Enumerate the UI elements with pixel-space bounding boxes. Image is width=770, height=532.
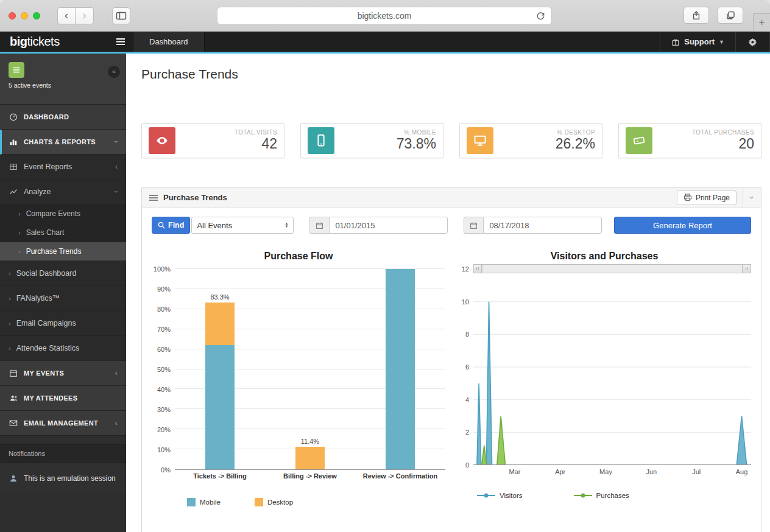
new-tab-button[interactable]: +: [753, 13, 770, 32]
sidebar-collapse-button[interactable]: «: [108, 66, 120, 78]
area-chart-canvas: [473, 269, 751, 465]
browser-back-button[interactable]: ‹: [57, 7, 76, 24]
browser-toolbar-right: [683, 7, 743, 24]
scrollbar-thumb[interactable]: [482, 265, 743, 273]
bar-segment-desktop: [295, 447, 325, 470]
sidebar-item-my-attendees[interactable]: MY ATTENDEES: [0, 386, 126, 411]
print-page-button[interactable]: Print Page: [677, 191, 736, 205]
chevron-down-icon: ›: [112, 191, 121, 193]
scrollbar-left-handle[interactable]: [474, 265, 482, 273]
browser-forward-button[interactable]: ›: [76, 7, 94, 24]
y-tick-label: 0: [465, 461, 469, 469]
printer-icon: [683, 194, 692, 201]
line-chart-icon: [9, 187, 18, 196]
sidebar-filler: [0, 494, 126, 532]
chevron-left-icon: ‹: [115, 369, 118, 377]
stat-card-total-purchases: TOTAL PURCHASES 20: [618, 123, 761, 158]
main-content: Purchase Trends TOTAL VISITS 42 % MOBILE…: [126, 54, 770, 532]
sidebar-item-analyze[interactable]: Analyze ›: [0, 180, 126, 205]
bigtickets-logo[interactable]: bigtickets: [0, 32, 108, 52]
sidebar-item-purchase-trends[interactable]: › Purchase Trends: [0, 242, 126, 261]
stats-row: TOTAL VISITS 42 % MOBILE 73.8% % DESKT: [141, 123, 761, 158]
scrollbar-right-handle[interactable]: [743, 265, 751, 273]
y-tick-label: 30%: [157, 406, 171, 413]
chart-zoom-scrollbar[interactable]: [473, 264, 751, 273]
eye-icon: [149, 127, 175, 154]
support-menu[interactable]: Support ▼: [660, 32, 736, 52]
generate-report-button[interactable]: Generate Report: [614, 217, 751, 234]
chevron-right-icon: ›: [9, 345, 11, 352]
sidebar-label: Attendee Statistics: [16, 344, 80, 352]
browser-window: ‹ › bigtickets.com + bigtickets D: [0, 0, 770, 532]
sidebar-label: CHARTS & REPORTS: [24, 138, 96, 145]
menu-toggle-button[interactable]: [108, 32, 133, 52]
legend-label: Mobile: [200, 499, 221, 506]
share-icon: [691, 10, 701, 21]
y-tick-label: 0%: [161, 466, 171, 474]
support-icon: [671, 38, 680, 46]
date-to-input[interactable]: 08/17/2018: [483, 217, 602, 234]
active-events-label: 5 active events: [9, 82, 118, 89]
chevron-right-icon: ›: [18, 229, 21, 236]
sidebar-item-my-events[interactable]: MY EVENTS ‹: [0, 361, 126, 386]
support-label: Support: [684, 37, 715, 46]
gauge-icon: [9, 113, 18, 121]
legend-swatch: [187, 498, 196, 506]
tabs-icon: [726, 10, 735, 20]
bar-chart-icon: [9, 138, 18, 146]
stat-label: TOTAL VISITS: [182, 129, 277, 136]
calendar-icon: [309, 217, 329, 234]
find-label: Find: [168, 221, 184, 229]
sidebar-label: Purchase Trends: [26, 247, 82, 256]
stat-value: 20: [659, 136, 754, 152]
sidebar-item-sales-chart[interactable]: › Sales Chart: [0, 223, 126, 242]
sidebar-item-social-dashboard[interactable]: › Social Dashboard: [0, 261, 126, 286]
events-select[interactable]: All Events ▲▼: [191, 217, 294, 234]
sidebar-item-event-reports[interactable]: Event Reports ‹: [0, 155, 126, 180]
chevron-left-icon: ‹: [115, 419, 118, 427]
x-tick-label: Jun: [646, 468, 657, 475]
panel-collapse-button[interactable]: ›: [743, 187, 761, 208]
chevron-left-icon: ‹: [115, 163, 118, 171]
bar-segment-mobile: [386, 269, 415, 469]
nav-tab-dashboard[interactable]: Dashboard: [133, 32, 205, 52]
chart-legend: VisitorsPurchases: [457, 492, 751, 499]
settings-button[interactable]: [736, 32, 770, 52]
bar-value-label: 83.3%: [210, 293, 229, 301]
browser-sidebar-button[interactable]: [112, 7, 130, 24]
zoom-window-button[interactable]: [33, 12, 40, 19]
sidebar-item-email-campaigns[interactable]: › Email Campaigns: [0, 311, 126, 336]
minimize-window-button[interactable]: [21, 12, 28, 19]
window-controls: [9, 12, 40, 19]
legend-item: Desktop: [255, 498, 293, 506]
gear-icon: [748, 37, 757, 46]
sidebar-label: Compare Events: [26, 209, 80, 218]
x-tick-label: May: [599, 468, 612, 475]
browser-share-button[interactable]: [683, 7, 709, 24]
y-tick-label: 60%: [157, 346, 171, 353]
close-window-button[interactable]: [9, 12, 16, 19]
purchase-trends-panel: Purchase Trends Print Page › Find All Ev…: [141, 187, 761, 532]
reload-icon[interactable]: [536, 12, 545, 21]
calendar-icon: [464, 217, 483, 234]
sidebar-item-email-management[interactable]: EMAIL MANAGEMENT ‹: [0, 411, 126, 436]
sidebar-label: MY EVENTS: [24, 369, 64, 377]
bar-segment-desktop: [205, 303, 235, 345]
sidebar-item-attendee-statistics[interactable]: › Attendee Statistics: [0, 336, 126, 361]
x-tick-label: Mar: [509, 468, 520, 475]
active-events-widget[interactable]: 5 active events «: [0, 54, 126, 105]
y-tick-label: 80%: [157, 306, 171, 313]
address-bar[interactable]: bigtickets.com: [217, 7, 552, 25]
sidebar-item-fanalytics[interactable]: › FANalytics™: [0, 286, 126, 311]
sidebar-item-dashboard[interactable]: DASHBOARD: [0, 105, 126, 130]
sidebar-label: Event Reports: [24, 163, 72, 171]
bar-slot: 83.3%: [175, 269, 265, 469]
browser-tabs-button[interactable]: [718, 7, 743, 24]
legend-item: Visitors: [477, 492, 523, 499]
tickets-icon: [626, 127, 652, 154]
sidebar-item-charts-reports[interactable]: CHARTS & REPORTS ›: [0, 130, 126, 155]
find-button[interactable]: Find: [152, 217, 190, 234]
legend-label: Desktop: [267, 499, 293, 506]
date-from-input[interactable]: 01/01/2015: [329, 217, 448, 234]
sidebar-item-compare-events[interactable]: › Compare Events: [0, 205, 126, 223]
